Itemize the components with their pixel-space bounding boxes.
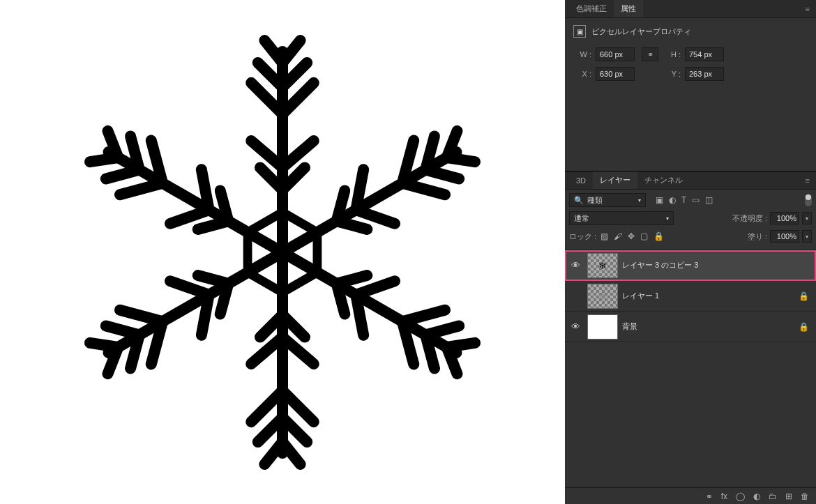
layer-filter-icons: ▣ ◐ T ▭ ◫ bbox=[656, 195, 713, 205]
y-label: Y : bbox=[665, 70, 681, 78]
filter-adjust-icon[interactable]: ◐ bbox=[669, 195, 676, 205]
snowflake-icon: ❄ bbox=[598, 260, 607, 271]
properties-body: ▣ ピクセルレイヤープロパティ W : ⚭ H : X : Y : bbox=[565, 18, 816, 93]
layer-thumbnail[interactable]: ❄ bbox=[587, 253, 618, 278]
lock-all-icon[interactable]: 🔒 bbox=[653, 231, 664, 241]
chevron-down-icon: ▾ bbox=[666, 215, 669, 222]
lock-icon: 🔒 bbox=[799, 322, 809, 332]
fill-dropdown[interactable]: ▾ bbox=[802, 230, 812, 243]
filter-type-icon[interactable]: T bbox=[681, 195, 686, 205]
chevron-down-icon: ▾ bbox=[638, 197, 641, 204]
tab-tone-correction[interactable]: 色調補正 bbox=[569, 0, 614, 17]
filter-shape-icon[interactable]: ▭ bbox=[692, 195, 700, 205]
svg-line-2 bbox=[282, 40, 301, 63]
layer-row[interactable]: ❄ レイヤー 1 🔒 bbox=[565, 281, 816, 312]
layer-thumbnail[interactable] bbox=[587, 314, 618, 339]
layers-tab-bar: 3D レイヤー チャンネル ≡ bbox=[565, 171, 816, 190]
opacity-label: 不透明度 : bbox=[732, 213, 767, 224]
layer-row[interactable]: 👁 ❄ レイヤー 3 のコピー 3 bbox=[565, 250, 816, 281]
lock-paint-icon[interactable]: 🖌 bbox=[614, 231, 622, 241]
mask-icon[interactable]: ◯ bbox=[736, 491, 745, 501]
layer-kind-select[interactable]: 🔍 種類 ▾ bbox=[569, 193, 646, 207]
w-label: W : bbox=[576, 50, 591, 59]
layer-thumbnail[interactable]: ❄ bbox=[587, 284, 618, 309]
visibility-toggle[interactable]: 👁 bbox=[568, 260, 583, 270]
layer-name[interactable]: 背景 bbox=[622, 321, 794, 332]
layer-list: 👁 ❄ レイヤー 3 のコピー 3 ❄ レイヤー 1 🔒 👁 背景 🔒 bbox=[565, 250, 816, 487]
link-wh-icon[interactable]: ⚭ bbox=[642, 47, 658, 61]
new-layer-icon[interactable]: ⊞ bbox=[785, 491, 792, 501]
search-icon: 🔍 bbox=[574, 196, 584, 205]
pixel-layer-icon: ▣ bbox=[573, 25, 586, 38]
opacity-input[interactable] bbox=[770, 212, 799, 224]
layers-panel: 3D レイヤー チャンネル ≡ 🔍 種類 ▾ ▣ ◐ T ▭ ◫ bbox=[565, 171, 816, 504]
link-layers-icon[interactable]: ⚭ bbox=[706, 491, 713, 501]
lock-icon: 🔒 bbox=[799, 291, 809, 301]
fill-input[interactable] bbox=[770, 230, 799, 243]
kind-label: 種類 bbox=[587, 195, 603, 206]
properties-tab-bar: 色調補正 属性 ≡ bbox=[565, 0, 816, 18]
width-input[interactable] bbox=[596, 47, 635, 61]
lock-transparency-icon[interactable]: ▨ bbox=[600, 231, 608, 241]
y-input[interactable] bbox=[685, 67, 724, 81]
lock-position-icon[interactable]: ✥ bbox=[628, 231, 635, 241]
opacity-dropdown[interactable]: ▾ bbox=[802, 212, 812, 224]
eye-icon: 👁 bbox=[571, 260, 580, 270]
layers-controls: 🔍 種類 ▾ ▣ ◐ T ▭ ◫ 通常 ▾ bbox=[565, 190, 816, 250]
h-label: H : bbox=[665, 50, 681, 59]
filter-toggle[interactable] bbox=[805, 194, 812, 206]
group-icon[interactable]: 🗀 bbox=[769, 491, 777, 501]
layer-name[interactable]: レイヤー 3 のコピー 3 bbox=[622, 260, 813, 270]
blend-mode-select[interactable]: 通常 ▾ bbox=[569, 211, 674, 225]
x-label: X : bbox=[576, 70, 591, 78]
filter-smart-icon[interactable]: ◫ bbox=[705, 195, 713, 205]
layers-bottom-toolbar: ⚭ fx ◯ ◐ 🗀 ⊞ 🗑 bbox=[565, 487, 816, 504]
properties-panel: 色調補正 属性 ≡ ▣ ピクセルレイヤープロパティ W : ⚭ H : X : … bbox=[565, 0, 816, 171]
layers-panel-menu-icon[interactable]: ≡ bbox=[806, 176, 810, 185]
tab-3d[interactable]: 3D bbox=[569, 173, 593, 188]
canvas[interactable] bbox=[0, 0, 565, 504]
tab-channels[interactable]: チャンネル bbox=[637, 171, 690, 189]
delete-icon[interactable]: 🗑 bbox=[801, 491, 809, 501]
right-panels: 色調補正 属性 ≡ ▣ ピクセルレイヤープロパティ W : ⚭ H : X : … bbox=[565, 0, 816, 504]
properties-title: ピクセルレイヤープロパティ bbox=[591, 26, 691, 37]
layer-row[interactable]: 👁 背景 🔒 bbox=[565, 312, 816, 342]
fx-icon[interactable]: fx bbox=[721, 491, 727, 501]
tab-layers[interactable]: レイヤー bbox=[593, 171, 637, 189]
fill-label: 塗り : bbox=[748, 231, 767, 242]
snowflake-shape bbox=[59, 8, 506, 496]
blend-mode-value: 通常 bbox=[574, 213, 589, 224]
lock-label: ロック : bbox=[569, 231, 596, 242]
lock-artboard-icon[interactable]: ▢ bbox=[640, 231, 648, 241]
visibility-toggle[interactable]: 👁 bbox=[568, 321, 583, 332]
panel-menu-icon[interactable]: ≡ bbox=[806, 5, 810, 13]
layer-name[interactable]: レイヤー 1 bbox=[622, 291, 794, 301]
tab-properties[interactable]: 属性 bbox=[614, 0, 643, 17]
height-input[interactable] bbox=[685, 47, 724, 61]
eye-icon: 👁 bbox=[571, 321, 580, 332]
x-input[interactable] bbox=[596, 67, 635, 81]
snowflake-icon: ❄ bbox=[598, 291, 607, 302]
adjustment-icon[interactable]: ◐ bbox=[753, 491, 760, 501]
filter-image-icon[interactable]: ▣ bbox=[656, 195, 663, 205]
